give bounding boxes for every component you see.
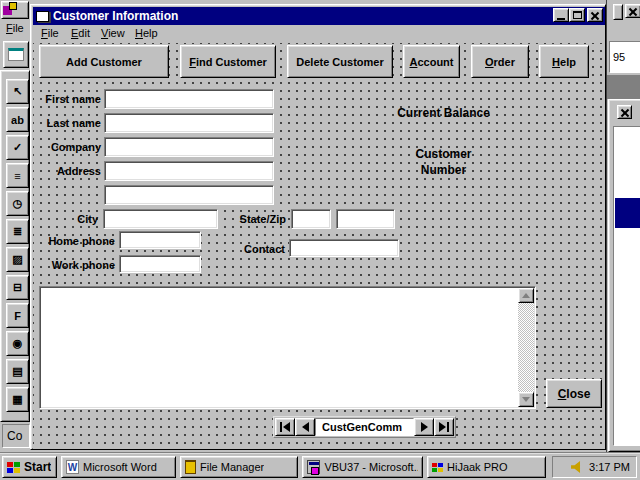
form-system-icon[interactable] [36,11,49,22]
toolbox-label-tool[interactable]: ≣ [6,219,29,244]
minimize-button[interactable] [553,8,569,22]
home-phone-label: Home phone [37,231,115,251]
account-button[interactable]: Account [403,45,460,78]
previous-record-icon [302,422,309,432]
customer-information-window: Customer Information File Edit View Help… [30,4,606,450]
record-first-button[interactable] [275,418,295,436]
toolbox-option-button-tool[interactable]: ◉ [6,331,29,356]
ide-right-strip: 95 [606,0,640,452]
home-phone-input[interactable] [119,231,201,249]
toolbox-data-tool[interactable]: ⊟ [6,275,29,300]
help-button[interactable]: Help [539,45,589,78]
volume-icon[interactable] [571,461,583,473]
first-name-input[interactable] [104,89,274,109]
background-shadow-area [607,75,640,99]
picturebox-icon: ▨ [12,253,22,266]
label-icon: ≣ [13,225,22,238]
task-hijaak-pro[interactable]: HiJaak PRO [427,456,546,478]
window-titlebar[interactable]: Customer Information [33,7,605,25]
toolbox-checkbox-tool[interactable]: ✓ [6,135,29,160]
company-input[interactable] [104,137,274,157]
menu-help[interactable]: Help [135,27,158,39]
menu-view[interactable]: View [101,27,125,39]
close-window-button[interactable] [587,8,603,22]
toolbox-textbox-tool[interactable]: ab [6,107,29,132]
comments-textbox[interactable] [39,286,536,409]
arrow-up-icon [522,293,530,298]
background-window-button[interactable] [613,4,623,20]
frame-icon: F [14,310,21,322]
taskbar: Start W Microsoft Word File Manager VBU3… [0,452,640,480]
task-microsoft-word[interactable]: W Microsoft Word [61,456,176,478]
ide-status-fragment: Co [2,424,30,448]
background-close-button[interactable] [625,4,640,18]
find-customer-button[interactable]: Find Customer [180,45,276,78]
side-window-close-button[interactable] [617,105,632,119]
task-file-manager[interactable]: File Manager [180,456,298,478]
grid-icon: ▦ [12,393,22,406]
ide-app-icon-button[interactable] [1,1,29,19]
windows-logo-icon [7,462,20,473]
delete-customer-button[interactable]: Delete Customer [287,45,393,78]
ide-file-menu[interactable]: File [6,20,24,36]
timer-icon: ◷ [13,197,23,210]
ide-left-strip: File ↖ ab ✓ ≡ ◷ ≣ ▨ ⊟ F ◉ ▤ ▦ Co [0,0,30,452]
form-design-surface[interactable]: Add Customer Find Customer Delete Custom… [33,43,605,449]
data-control-caption: CustGenComm [315,418,414,436]
pointer-icon: ↖ [13,85,22,98]
add-customer-button[interactable]: Add Customer [39,45,169,78]
toolbox-frame-tool[interactable]: F [6,303,29,328]
close-icon [590,11,600,20]
last-name-input[interactable] [104,113,274,133]
menu-bar: File Edit View Help [33,25,605,43]
side-window-selected-item[interactable] [615,198,640,228]
zip-input[interactable] [336,209,395,229]
menu-edit[interactable]: Edit [71,27,90,39]
comments-scrollbar[interactable] [518,288,534,407]
menu-file[interactable]: File [41,27,59,39]
toolbox-panel: ↖ ab ✓ ≡ ◷ ≣ ▨ ⊟ F ◉ ▤ ▦ [0,70,30,422]
toolbox-timer-tool[interactable]: ◷ [6,191,29,216]
work-phone-label: Work phone [37,255,115,275]
next-record-icon [421,422,428,432]
record-next-button[interactable] [414,418,434,436]
last-record-icon [439,422,446,432]
record-previous-button[interactable] [295,418,315,436]
option-button-icon: ◉ [13,337,23,350]
new-form-icon [8,48,24,61]
minimize-icon [557,18,565,20]
customer-number-label: Customer Number [396,146,491,178]
order-button[interactable]: Order [471,45,529,78]
first-name-label: First name [37,89,101,109]
arrow-down-icon [522,397,530,402]
maximize-icon [573,11,582,19]
file-manager-icon [185,460,196,474]
current-balance-label: Current Balance [396,105,491,121]
vb-app-icon [2,2,18,16]
toolbox-picturebox-tool[interactable]: ▨ [6,247,29,272]
ide-new-form-toolbar-button[interactable] [3,41,29,68]
visual-basic-icon [307,460,320,474]
record-last-button[interactable] [434,418,454,436]
toolbox-dbgrid-tool[interactable]: ▤ [6,359,29,384]
address-input[interactable] [104,161,274,181]
contact-input[interactable] [289,239,399,257]
maximize-button[interactable] [569,8,585,22]
toolbox-grid-tool[interactable]: ▦ [6,387,29,412]
toolbox-combobox-tool[interactable]: ≡ [6,163,29,188]
address2-input[interactable] [104,185,274,205]
work-phone-input[interactable] [119,255,201,273]
city-input[interactable] [103,209,218,229]
scroll-down-button[interactable] [518,392,534,407]
start-button[interactable]: Start [2,456,57,478]
contact-label: Contact [236,239,285,259]
toolbox-pointer-tool[interactable]: ↖ [6,79,29,104]
close-button[interactable]: Close [546,379,602,408]
state-input[interactable] [291,209,331,229]
task-vbu37[interactable]: VBU37 - Microsoft... [302,456,423,478]
clock[interactable]: 3:17 PM [589,461,630,473]
scroll-up-button[interactable] [518,288,534,303]
side-window-list[interactable] [613,126,640,446]
data-control: CustGenComm [273,416,456,438]
system-tray: 3:17 PM [552,456,637,478]
